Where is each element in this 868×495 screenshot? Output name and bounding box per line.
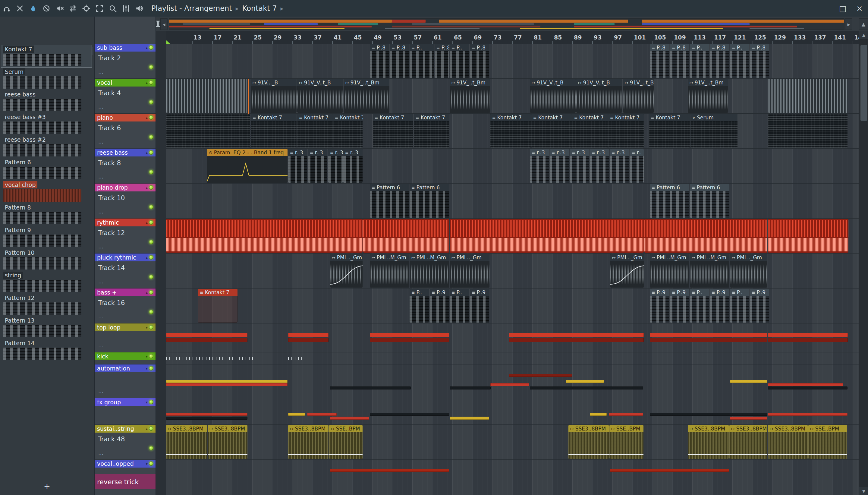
track-name-tag[interactable]: sustai..string▴ <box>94 425 156 432</box>
pattern-item[interactable]: Serum <box>1 68 92 90</box>
clip-red[interactable] <box>363 219 449 253</box>
collapse-arrow-icon[interactable]: ▴ <box>145 255 148 260</box>
clip-pat[interactable]: ≡Pattern 6 <box>410 184 449 218</box>
clip-header[interactable]: ≡P..9 <box>750 289 769 296</box>
clip-audio[interactable]: ↦91V_..t_Bm <box>623 79 654 113</box>
clip-header[interactable]: ↦SSE3..8BPM <box>166 425 207 432</box>
clip-pat[interactable]: ≡r..3 <box>570 149 589 183</box>
thin-clip[interactable] <box>509 333 644 337</box>
playlist-track-lane[interactable] <box>166 323 859 353</box>
clip-olive[interactable]: ↦SSE..BPM <box>329 425 363 459</box>
clip-pat[interactable]: ≡r..3 <box>328 149 343 183</box>
track-name-tag[interactable]: vocal▴ <box>94 79 156 86</box>
scrollbar-up-icon[interactable]: ▲ <box>859 31 868 39</box>
thin-clip[interactable] <box>768 387 848 390</box>
clip-header[interactable]: ↦SSE..BPM <box>609 425 643 432</box>
thin-clip[interactable] <box>450 387 491 390</box>
clip-header[interactable]: ≡P..9 <box>470 289 489 296</box>
mute-led[interactable] <box>149 310 153 314</box>
clip-header[interactable]: ≡r.. <box>630 149 644 156</box>
clip-pat[interactable]: ≡Pattern 6 <box>650 184 689 218</box>
clip-header[interactable]: ↦91V_V..t_B <box>576 79 622 86</box>
collapse-arrow-icon[interactable]: ▾ <box>145 462 148 466</box>
clip-olive[interactable]: ↦SSE3..8BPM <box>208 425 247 459</box>
clip-pat[interactable]: ≡r..3 <box>590 149 609 183</box>
clip-header[interactable]: ↦91V_..t_Bm <box>623 79 654 86</box>
playlist-track-lane[interactable]: ≡Pattern 6≡Pattern 6≡Pattern 6≡Pattern 6 <box>166 184 859 219</box>
thin-clip[interactable] <box>730 380 767 383</box>
playlist-track-lane[interactable] <box>166 353 859 364</box>
clip-header[interactable]: ↦PML..M_Gm <box>410 254 449 261</box>
clip-olive[interactable]: ↦SSE3..8BPM <box>768 425 808 459</box>
clip-stripes[interactable] <box>768 79 848 113</box>
pattern-item[interactable]: reese bass #2 <box>1 136 92 158</box>
mute-led[interactable] <box>149 170 153 174</box>
block-icon[interactable] <box>40 2 53 15</box>
thin-clip[interactable] <box>330 469 449 472</box>
clip-header[interactable]: ≡Kontakt 7 <box>414 114 449 121</box>
thin-clip[interactable] <box>609 413 643 416</box>
clip-pat[interactable]: ≡Pattern 6 <box>690 184 729 218</box>
clip-midi[interactable]: ≡Kontakt 7 <box>373 114 413 148</box>
clip-red[interactable] <box>644 219 767 253</box>
close-button[interactable]: × <box>851 0 868 17</box>
mute-led[interactable] <box>149 100 153 104</box>
pattern-item[interactable]: Pattern 9 <box>1 226 92 248</box>
clip-header[interactable]: ≡P..8 <box>650 44 669 51</box>
clip-header[interactable]: ≡Pattern 6 <box>690 184 729 191</box>
pattern-item[interactable]: Kontakt 7 <box>1 45 92 67</box>
minimize-button[interactable]: – <box>817 0 834 17</box>
clip-header[interactable]: ↦PML..M_Gm <box>650 254 689 261</box>
clip-header[interactable]: ≡r..3 <box>570 149 589 156</box>
mute-led[interactable] <box>149 366 153 371</box>
clip-pml[interactable]: ↦PML..M_Gm <box>690 254 729 288</box>
clip-pat[interactable]: ≡P.. <box>410 44 434 78</box>
clip-header[interactable]: ≡P..8 <box>470 44 489 51</box>
clip-midi[interactable]: ≡Kontakt 7 <box>251 114 297 148</box>
vertical-scrollbar[interactable]: ▲ ▼ <box>859 31 868 495</box>
pattern-item[interactable]: vocal chop <box>1 181 92 203</box>
clip-pat[interactable]: ≡r..3 <box>343 149 363 183</box>
mute-led[interactable] <box>149 354 153 358</box>
clip-audio[interactable]: ↦91V_..t_Bm <box>688 79 728 113</box>
mute-led[interactable] <box>149 255 153 259</box>
thin-clip[interactable] <box>166 413 247 416</box>
paint-icon[interactable] <box>27 2 40 15</box>
collapse-arrow-icon[interactable]: ▴ <box>145 290 148 295</box>
tick-clip[interactable] <box>288 357 308 360</box>
collapse-arrow-icon[interactable]: ▴ <box>145 116 148 120</box>
thin-clip[interactable] <box>166 333 247 337</box>
clip-olive[interactable]: ↦SSE3..8BPM <box>688 425 729 459</box>
playlist-track-lane[interactable]: ⊙Param. EQ 2 - ..Band 1 freq≡r..3≡r..3≡r… <box>166 149 859 184</box>
track-name-tag[interactable]: top loop▾ <box>94 323 156 331</box>
pattern-item[interactable]: reese bass <box>1 90 92 113</box>
clip-red[interactable] <box>450 219 644 253</box>
clip-header[interactable]: ≡P.. <box>450 289 469 296</box>
thin-clip[interactable] <box>730 416 767 420</box>
thin-clip[interactable] <box>450 416 489 420</box>
thin-clip[interactable] <box>768 338 848 342</box>
collapse-arrow-icon[interactable]: ▴ <box>145 46 148 50</box>
thin-clip[interactable] <box>166 383 288 386</box>
clip-pml[interactable]: ↦PML.._Gm <box>610 254 644 288</box>
clip-header[interactable]: ≡P..8 <box>710 44 729 51</box>
minimap-scroll-left-button[interactable]: ◂ <box>160 18 168 30</box>
clip-header[interactable]: ≡r..3 <box>343 149 363 156</box>
mute-icon[interactable] <box>53 2 66 15</box>
clip-pat[interactable]: ≡P.. <box>410 289 429 323</box>
mute-led[interactable] <box>149 426 153 431</box>
collapse-arrow-icon[interactable]: ▾ <box>145 366 148 371</box>
clip-pat[interactable]: ≡P..9 <box>750 289 769 323</box>
scrollbar-down-icon[interactable]: ▼ <box>859 487 868 495</box>
clip-pml[interactable]: ↦PML.._Gm <box>730 254 767 288</box>
clip-header[interactable]: ↦SSE3..8BPM <box>729 425 767 432</box>
fullscreen-icon[interactable] <box>93 2 106 15</box>
clip-header[interactable]: ↦91V_V..t_B <box>530 79 576 86</box>
clip-header[interactable]: ↦PML..M_Gm <box>370 254 409 261</box>
clip-header[interactable]: ≡P.. <box>450 44 469 51</box>
clip-pat[interactable]: ≡P.. <box>450 44 469 78</box>
clip-header[interactable]: ↦PML.._Gm <box>730 254 767 261</box>
clip-pml[interactable]: ↦PML..M_Gm <box>410 254 449 288</box>
collapse-arrow-icon[interactable]: ▴ <box>145 427 148 431</box>
clip-pat[interactable]: ≡P..9 <box>470 289 489 323</box>
